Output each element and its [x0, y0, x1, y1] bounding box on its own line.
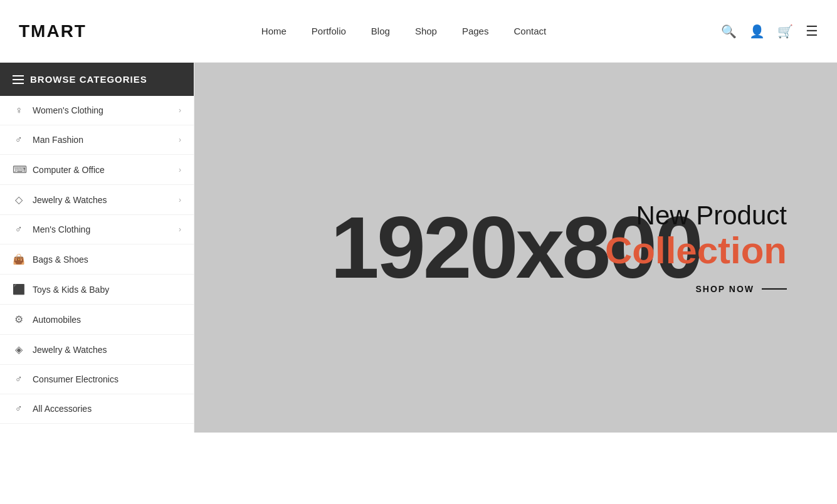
shop-now-label: SHOP NOW — [695, 284, 754, 294]
sidebar-item-icon-3: ◇ — [13, 194, 25, 206]
sidebar-item-7[interactable]: ⚙Automobiles — [0, 305, 194, 335]
sidebar-item-label-8: Jewelry & Watches — [33, 345, 107, 355]
nav-item-shop[interactable]: Shop — [415, 26, 437, 36]
sidebar-item-icon-0: ♀ — [13, 105, 25, 116]
chevron-right-icon-2: › — [179, 165, 181, 174]
main-layout: BROWSE CATEGORIES ♀Women's Clothing›♂Man… — [0, 63, 837, 433]
sidebar-item-label-4: Men's Clothing — [33, 224, 90, 234]
sidebar-item-icon-6: ⬛ — [13, 283, 25, 295]
nav-item-blog[interactable]: Blog — [371, 26, 390, 36]
chevron-right-icon-4: › — [179, 225, 181, 234]
sidebar-item-icon-10: ♂ — [13, 403, 25, 414]
sidebar-item-icon-1: ♂ — [13, 134, 25, 145]
sidebar-item-label-2: Computer & Office — [33, 165, 105, 175]
nav-item-pages[interactable]: Pages — [462, 26, 489, 36]
sidebar-item-3[interactable]: ◇Jewelry & Watches› — [0, 185, 194, 215]
browse-categories-label: BROWSE CATEGORIES — [30, 74, 147, 85]
header: TMART HomePortfolioBlogShopPagesContact … — [0, 0, 837, 63]
nav-item-portfolio[interactable]: Portfolio — [312, 26, 346, 36]
shop-now-line — [762, 288, 787, 290]
sidebar-item-icon-9: ♂ — [13, 374, 25, 385]
sidebar-item-8[interactable]: ◈Jewelry & Watches — [0, 335, 194, 365]
hero-banner: 1920x800 New Product Collection SHOP NOW — [194, 63, 837, 433]
sidebar-item-label-10: All Accessories — [33, 404, 92, 414]
shop-now-button[interactable]: SHOP NOW — [605, 284, 787, 294]
sidebar-item-1[interactable]: ♂Man Fashion› — [0, 125, 194, 155]
sidebar-item-label-3: Jewelry & Watches — [33, 195, 107, 205]
cart-icon[interactable]: 🛒 — [777, 24, 793, 39]
header-icons: 🔍 👤 🛒 ☰ — [721, 23, 818, 39]
sidebar-item-2[interactable]: ⌨Computer & Office› — [0, 155, 194, 185]
sidebar-item-icon-7: ⚙ — [13, 313, 25, 325]
sidebar-item-10[interactable]: ♂All Accessories — [0, 394, 194, 424]
sidebar-item-icon-8: ◈ — [13, 344, 25, 355]
sidebar-items-list: ♀Women's Clothing›♂Man Fashion›⌨Computer… — [0, 96, 194, 424]
chevron-right-icon-0: › — [179, 106, 181, 115]
sidebar: BROWSE CATEGORIES ♀Women's Clothing›♂Man… — [0, 63, 194, 433]
hero-title-red: Collection — [605, 230, 787, 271]
sidebar-item-6[interactable]: ⬛Toys & Kids & Baby — [0, 275, 194, 305]
nav-item-home[interactable]: Home — [261, 26, 287, 36]
sidebar-item-icon-4: ♂ — [13, 224, 25, 235]
sidebar-item-label-5: Bags & Shoes — [33, 255, 88, 265]
menu-lines-icon — [13, 75, 24, 84]
sidebar-item-label-6: Toys & Kids & Baby — [33, 285, 109, 295]
main-nav: HomePortfolioBlogShopPagesContact — [261, 26, 546, 37]
browse-categories-header[interactable]: BROWSE CATEGORIES — [0, 63, 194, 96]
sidebar-item-label-0: Women's Clothing — [33, 105, 103, 115]
sidebar-item-4[interactable]: ♂Men's Clothing› — [0, 215, 194, 244]
sidebar-item-label-1: Man Fashion — [33, 135, 83, 145]
chevron-right-icon-1: › — [179, 135, 181, 144]
user-icon[interactable]: 👤 — [749, 24, 765, 39]
sidebar-item-0[interactable]: ♀Women's Clothing› — [0, 96, 194, 125]
sidebar-item-label-9: Consumer Electronics — [33, 374, 118, 384]
sidebar-item-icon-2: ⌨ — [13, 164, 25, 176]
chevron-right-icon-3: › — [179, 196, 181, 204]
sidebar-item-9[interactable]: ♂Consumer Electronics — [0, 365, 194, 394]
sidebar-item-icon-5: 👜 — [13, 253, 25, 265]
hero-subtitle: New Product — [605, 201, 787, 230]
hero-overlay: New Product Collection SHOP NOW — [605, 201, 787, 294]
logo[interactable]: TMART — [19, 21, 87, 41]
hamburger-icon[interactable]: ☰ — [806, 23, 818, 39]
nav-item-contact[interactable]: Contact — [513, 26, 546, 36]
sidebar-item-5[interactable]: 👜Bags & Shoes — [0, 244, 194, 275]
search-icon[interactable]: 🔍 — [721, 24, 737, 39]
sidebar-item-label-7: Automobiles — [33, 315, 81, 325]
